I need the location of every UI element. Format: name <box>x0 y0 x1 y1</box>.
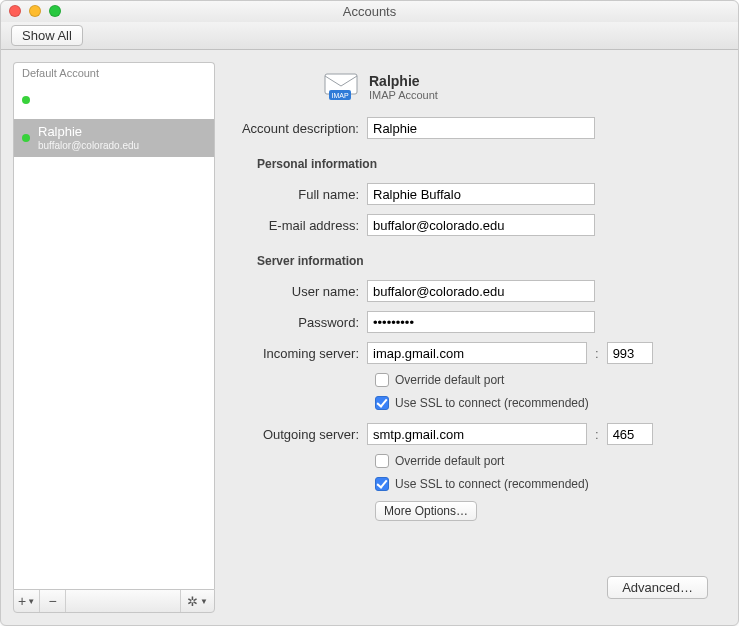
section-server-info: Server information <box>233 242 708 274</box>
incoming-override-checkbox[interactable] <box>375 373 389 387</box>
zoom-icon[interactable] <box>49 5 61 17</box>
show-all-button[interactable]: Show All <box>11 25 83 46</box>
label-outgoing-override[interactable]: Override default port <box>395 454 504 468</box>
svg-text:IMAP: IMAP <box>331 92 348 99</box>
add-account-button[interactable]: + ▼ <box>14 590 40 612</box>
label-full-name: Full name: <box>233 187 367 202</box>
account-title: Ralphie <box>369 73 438 89</box>
account-description-field[interactable] <box>367 117 595 139</box>
email-field[interactable] <box>367 214 595 236</box>
toolbar: Show All <box>1 22 738 50</box>
minus-icon: − <box>48 593 56 609</box>
content: Default Account Ralphie buffalor@colorad… <box>1 50 738 625</box>
label-email: E-mail address: <box>233 218 367 233</box>
remove-account-button[interactable]: − <box>40 590 66 612</box>
status-dot-icon <box>22 134 30 142</box>
advanced-button[interactable]: Advanced… <box>607 576 708 599</box>
label-account-description: Account description: <box>233 121 367 136</box>
incoming-port-field[interactable] <box>607 342 653 364</box>
full-name-field[interactable] <box>367 183 595 205</box>
label-password: Password: <box>233 315 367 330</box>
label-incoming-override[interactable]: Override default port <box>395 373 504 387</box>
label-outgoing: Outgoing server: <box>233 427 367 442</box>
outgoing-override-checkbox[interactable] <box>375 454 389 468</box>
section-personal-info: Personal information <box>233 145 708 177</box>
port-separator: : <box>593 346 601 361</box>
outgoing-port-field[interactable] <box>607 423 653 445</box>
titlebar: Accounts <box>1 1 738 22</box>
incoming-ssl-checkbox[interactable] <box>375 396 389 410</box>
account-list-item[interactable]: Ralphie buffalor@colorado.edu <box>14 119 214 157</box>
sidebar: Default Account Ralphie buffalor@colorad… <box>13 62 215 613</box>
minimize-icon[interactable] <box>29 5 41 17</box>
close-icon[interactable] <box>9 5 21 17</box>
username-field[interactable] <box>367 280 595 302</box>
port-separator: : <box>593 427 601 442</box>
more-options-button[interactable]: More Options… <box>375 501 477 521</box>
outgoing-server-field[interactable] <box>367 423 587 445</box>
incoming-server-field[interactable] <box>367 342 587 364</box>
label-outgoing-ssl[interactable]: Use SSL to connect (recommended) <box>395 477 589 491</box>
account-type: IMAP Account <box>369 89 438 102</box>
accounts-window: Accounts Show All Default Account R <box>0 0 739 626</box>
account-list[interactable]: Default Account Ralphie buffalor@colorad… <box>13 62 215 589</box>
gear-icon: ✲ <box>187 594 198 609</box>
chevron-down-icon: ▼ <box>27 597 35 606</box>
account-list-item[interactable] <box>14 81 214 119</box>
mail-imap-icon: IMAP <box>323 72 359 102</box>
account-name: Ralphie <box>38 125 139 140</box>
sidebar-header: Default Account <box>14 63 214 81</box>
actions-menu-button[interactable]: ✲ ▼ <box>180 590 214 612</box>
outgoing-ssl-checkbox[interactable] <box>375 477 389 491</box>
label-incoming-ssl[interactable]: Use SSL to connect (recommended) <box>395 396 589 410</box>
label-incoming: Incoming server: <box>233 346 367 361</box>
detail-pane: IMAP Ralphie IMAP Account Account descri… <box>227 62 726 613</box>
account-sub: buffalor@colorado.edu <box>38 140 139 152</box>
password-field[interactable] <box>367 311 595 333</box>
label-username: User name: <box>233 284 367 299</box>
status-dot-icon <box>22 96 30 104</box>
sidebar-footer: + ▼ − ✲ ▼ <box>13 589 215 613</box>
plus-icon: + <box>18 593 26 609</box>
chevron-down-icon: ▼ <box>200 597 208 606</box>
window-title: Accounts <box>343 4 396 19</box>
